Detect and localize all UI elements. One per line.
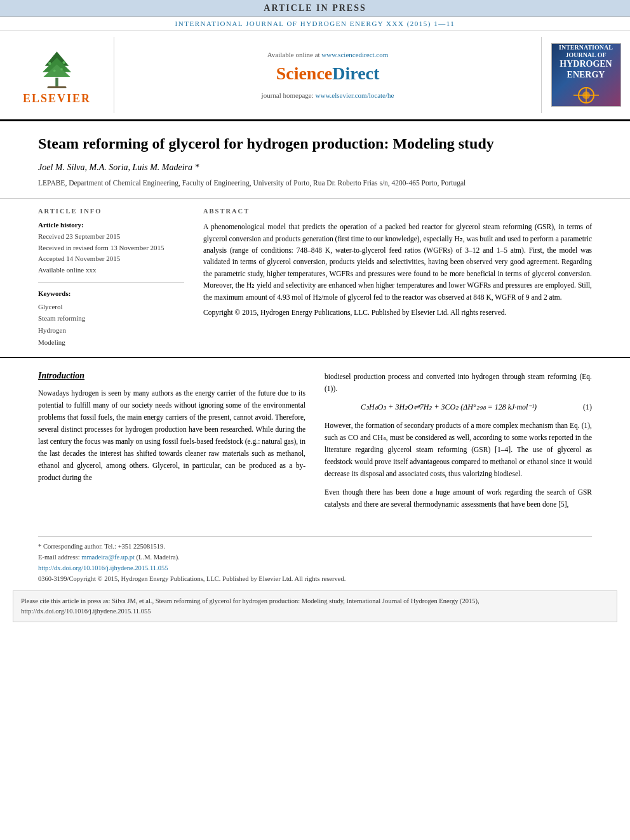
body-two-col: Introduction Nowadays hydrogen is seen b… xyxy=(38,371,592,517)
keyword-hydrogen: Hydrogen xyxy=(38,324,184,337)
abstract-text: A phenomenological model that predicts t… xyxy=(203,221,592,318)
secondary-para: However, the formation of secondary prod… xyxy=(325,420,592,480)
revised-date: Received in revised form 13 November 201… xyxy=(38,243,184,254)
right-column: ABSTRACT A phenomenological model that p… xyxy=(203,208,592,348)
intro-paragraph-right: biodiesel production process and convert… xyxy=(325,371,592,395)
journal-homepage-url[interactable]: www.elsevier.com/locate/he xyxy=(316,91,394,99)
divider xyxy=(38,283,184,283)
journal-homepage-label: journal homepage: www.elsevier.com/locat… xyxy=(262,91,394,99)
equation-1-formula: C₃H₈O₃ + 3H₂O⇌7H₂ + 3CO₂ (ΔH°₂₉₈ = 128 k… xyxy=(325,403,573,412)
sciencedirect-logo: ScienceDirect xyxy=(276,63,380,84)
corresponding-author: * Corresponding author. Tel.: +351 22508… xyxy=(38,542,592,552)
copyright-bottom: 0360-3199/Copyright © 2015, Hydrogen Ene… xyxy=(38,574,592,585)
available-online-label: Available online at www.sciencedirect.co… xyxy=(267,51,389,58)
article-history: Article history: Received 23 September 2… xyxy=(38,221,184,276)
intro-heading: Introduction xyxy=(38,371,305,381)
third-para: Even though there has been done a huge a… xyxy=(325,486,592,510)
doi-link[interactable]: http://dx.doi.org/10.1016/j.ijhydene.201… xyxy=(38,564,168,571)
keyword-steam-reforming: Steam reforming xyxy=(38,312,184,324)
abstract-heading: ABSTRACT xyxy=(203,208,592,215)
received-date: Received 23 September 2015 xyxy=(38,231,184,243)
citation-box: Please cite this article in press as: Si… xyxy=(13,590,617,622)
sciencedirect-url[interactable]: www.sciencedirect.com xyxy=(321,51,388,58)
equation-1-number: (1) xyxy=(573,403,592,412)
elsevier-tree-icon xyxy=(33,44,81,92)
svg-point-8 xyxy=(60,68,63,70)
svg-point-5 xyxy=(48,62,51,65)
keyword-glycerol: Glycerol xyxy=(38,301,184,313)
journal-cover-image: International Journal ofHYDROGENENERGY xyxy=(551,43,621,107)
article-info-section: ARTICLE INFO Article history: Received 2… xyxy=(0,199,630,358)
keyword-modeling: Modeling xyxy=(38,337,184,349)
journal-cover-area: International Journal ofHYDROGENENERGY xyxy=(541,37,630,113)
body-right-col: biodiesel production process and convert… xyxy=(325,371,592,517)
email-line: E-mail address: mmadeira@fe.up.pt (L.M. … xyxy=(38,552,592,563)
svg-rect-1 xyxy=(48,86,67,88)
left-column: ARTICLE INFO Article history: Received 2… xyxy=(38,208,184,348)
author-email[interactable]: mmadeira@fe.up.pt xyxy=(81,554,135,561)
keywords-label: Keywords: xyxy=(38,290,184,297)
history-label: Article history: xyxy=(38,221,184,229)
authors-line: Joel M. Silva, M.A. Soria, Luis M. Madei… xyxy=(38,163,592,173)
article-in-press-banner: ARTICLE IN PRESS xyxy=(0,0,630,17)
accepted-date: Accepted 14 November 2015 xyxy=(38,253,184,265)
svg-rect-0 xyxy=(55,78,58,88)
journal-name-bar: INTERNATIONAL JOURNAL OF HYDROGEN ENERGY… xyxy=(0,17,630,30)
title-area: Steam reforming of glycerol for hydrogen… xyxy=(0,121,630,199)
elsevier-brand-text: ELSEVIER xyxy=(23,92,91,105)
cover-journal-title: International Journal ofHYDROGENENERGY xyxy=(555,44,617,81)
svg-point-7 xyxy=(53,69,56,72)
doi-line: http://dx.doi.org/10.1016/j.ijhydene.201… xyxy=(38,563,592,574)
footnote-area: * Corresponding author. Tel.: +351 22508… xyxy=(38,536,592,584)
header-section: ELSEVIER Available online at www.science… xyxy=(0,30,630,121)
sciencedirect-area: Available online at www.sciencedirect.co… xyxy=(114,37,541,113)
affiliation-line: LEPABE, Department of Chemical Engineeri… xyxy=(38,178,592,188)
svg-point-6 xyxy=(63,61,66,64)
body-left-col: Introduction Nowadays hydrogen is seen b… xyxy=(38,371,305,517)
available-online: Available online xxx xyxy=(38,265,184,276)
elsevier-logo-area: ELSEVIER xyxy=(0,37,114,113)
article-info-heading: ARTICLE INFO xyxy=(38,208,184,215)
article-title: Steam reforming of glycerol for hydrogen… xyxy=(38,134,592,154)
intro-paragraph-1: Nowadays hydrogen is seen by many author… xyxy=(38,387,305,484)
equation-1-block: C₃H₈O₃ + 3H₂O⇌7H₂ + 3CO₂ (ΔH°₂₉₈ = 128 k… xyxy=(325,403,592,412)
body-section: Introduction Nowadays hydrogen is seen b… xyxy=(0,358,630,530)
